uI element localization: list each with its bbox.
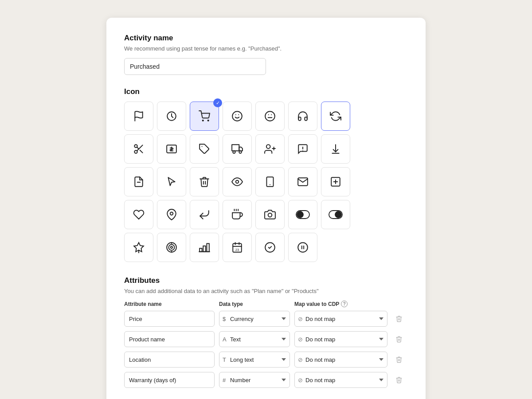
svg-point-2 (203, 120, 203, 121)
activity-name-input[interactable] (124, 58, 266, 75)
svg-rect-52 (207, 243, 209, 251)
svg-line-13 (140, 150, 143, 153)
icon-cell-delivery[interactable] (223, 134, 252, 164)
icon-cell-mobile[interactable] (255, 167, 285, 196)
attr-type-select-3[interactable]: CurrencyTextLong textNumberBooleanDate (219, 372, 290, 388)
attr-type-select-0[interactable]: CurrencyTextLong textNumberBooleanDate (219, 311, 290, 327)
icon-section: Icon ✓23 (124, 87, 408, 262)
attr-type-wrapper-3: #CurrencyTextLong textNumberBooleanDate (219, 372, 290, 388)
icon-cell-clock[interactable] (157, 102, 186, 131)
icon-cell-plus-box[interactable] (321, 167, 350, 196)
svg-point-3 (208, 120, 209, 121)
attr-name-input-2[interactable] (124, 352, 215, 368)
attr-delete-btn-0[interactable] (392, 312, 406, 326)
icon-cell-refresh[interactable] (321, 102, 350, 131)
svg-point-21 (239, 151, 241, 153)
attr-map-select-3[interactable]: Do not map (294, 372, 387, 388)
svg-rect-50 (200, 248, 202, 252)
icon-cell-camera[interactable] (255, 200, 285, 229)
main-card: Activity name We recommend using past te… (106, 18, 426, 399)
svg-point-40 (297, 211, 303, 218)
attr-header-map: Map value to CDP ? (294, 301, 387, 307)
attr-header-type: Data type (219, 301, 290, 307)
icon-cell-laugh[interactable] (223, 102, 252, 131)
attr-delete-btn-1[interactable] (392, 332, 406, 346)
icon-cell-flag[interactable] (124, 102, 153, 131)
attr-delete-btn-3[interactable] (392, 373, 406, 387)
attributes-desc: You can add additional data to an activi… (124, 288, 408, 294)
activity-name-section: Activity name We recommend using past te… (124, 34, 408, 75)
icon-cell-alert-msg[interactable] (288, 134, 317, 164)
attr-map-wrapper-0: ⊘Do not map (294, 311, 387, 327)
attr-map-select-1[interactable]: Do not map (294, 331, 387, 347)
icon-cell-coffee[interactable] (223, 200, 252, 229)
svg-text:23: 23 (235, 248, 239, 252)
icon-cell-heart[interactable] (124, 200, 153, 229)
svg-point-42 (335, 211, 341, 218)
attr-name-input-1[interactable] (124, 331, 215, 347)
icon-section-title: Icon (124, 87, 408, 96)
svg-rect-51 (203, 246, 205, 252)
icon-cell-check-circle[interactable] (255, 233, 285, 262)
svg-point-60 (298, 243, 308, 252)
svg-point-22 (266, 145, 270, 149)
svg-line-14 (137, 147, 139, 149)
icon-cell-toggle-on[interactable] (288, 200, 317, 229)
icon-cell-dollar-box[interactable] (157, 134, 186, 164)
attributes-table: Attribute name Data type Map value to CD… (124, 301, 408, 388)
svg-point-4 (232, 111, 242, 121)
attr-row-2: TCurrencyTextLong textNumberBooleanDate⊘… (124, 352, 408, 368)
attr-type-select-2[interactable]: CurrencyTextLong textNumberBooleanDate (219, 352, 290, 368)
attr-map-select-2[interactable]: Do not map (294, 352, 387, 368)
attr-header-name: Attribute name (124, 301, 215, 307)
icon-cell-pause-circle[interactable] (288, 233, 317, 262)
attr-row-3: #CurrencyTextLong textNumberBooleanDate⊘… (124, 372, 408, 388)
attr-name-input-0[interactable] (124, 311, 215, 327)
icon-cell-toggle-off[interactable] (321, 200, 350, 229)
attributes-title: Attributes (124, 276, 408, 285)
icon-cell-tag[interactable] (190, 134, 219, 164)
icon-cell-eye[interactable] (223, 167, 252, 196)
svg-point-38 (268, 213, 272, 217)
icon-cell-headset[interactable] (288, 102, 317, 131)
attr-type-wrapper-2: TCurrencyTextLong textNumberBooleanDate (219, 352, 290, 368)
attr-type-select-1[interactable]: CurrencyTextLong textNumberBooleanDate (219, 331, 290, 347)
icon-cell-star-plant[interactable] (124, 233, 153, 262)
svg-point-7 (265, 111, 275, 121)
activity-name-title: Activity name (124, 34, 408, 43)
svg-point-28 (236, 180, 239, 184)
svg-marker-19 (239, 147, 243, 151)
icon-cell-confused[interactable] (255, 102, 285, 131)
icon-cell-download[interactable] (321, 134, 350, 164)
icon-cell-enter[interactable] (190, 200, 219, 229)
icon-cell-target[interactable] (157, 233, 186, 262)
svg-point-45 (167, 243, 176, 252)
selected-checkmark: ✓ (213, 98, 222, 107)
icon-cell-cursor[interactable] (157, 167, 186, 196)
svg-point-20 (233, 151, 235, 153)
attr-delete-btn-2[interactable] (392, 352, 406, 367)
attr-type-wrapper-0: $CurrencyTextLong textNumberBooleanDate (219, 311, 290, 327)
icon-cell-trash[interactable] (190, 167, 219, 196)
attr-row-0: $CurrencyTextLong textNumberBooleanDate⊘… (124, 311, 408, 327)
svg-point-34 (170, 212, 173, 215)
svg-point-47 (171, 246, 172, 248)
attr-map-select-0[interactable]: Do not map (294, 311, 387, 327)
icon-cell-file[interactable] (124, 167, 153, 196)
icon-cell-location[interactable] (157, 200, 186, 229)
attr-map-wrapper-2: ⊘Do not map (294, 352, 387, 368)
icon-cell-calendar[interactable]: 23 (223, 233, 252, 262)
attr-type-wrapper-1: ACurrencyTextLong textNumberBooleanDate (219, 331, 290, 347)
icon-cell-envelope[interactable] (288, 167, 317, 196)
icon-cell-cart[interactable]: ✓ (190, 102, 219, 131)
activity-name-desc: We recommend using past tense for names … (124, 45, 408, 52)
icon-cell-chart[interactable] (190, 233, 219, 262)
icon-cell-scissors-pct[interactable] (124, 134, 153, 164)
attributes-section: Attributes You can add additional data t… (124, 276, 408, 388)
attr-header-row: Attribute name Data type Map value to CD… (124, 301, 408, 307)
attr-name-input-3[interactable] (124, 372, 215, 388)
map-help-icon: ? (341, 301, 348, 307)
icon-cell-add-user[interactable] (255, 134, 285, 164)
svg-rect-18 (232, 145, 239, 151)
attr-rows-container: $CurrencyTextLong textNumberBooleanDate⊘… (124, 311, 408, 388)
